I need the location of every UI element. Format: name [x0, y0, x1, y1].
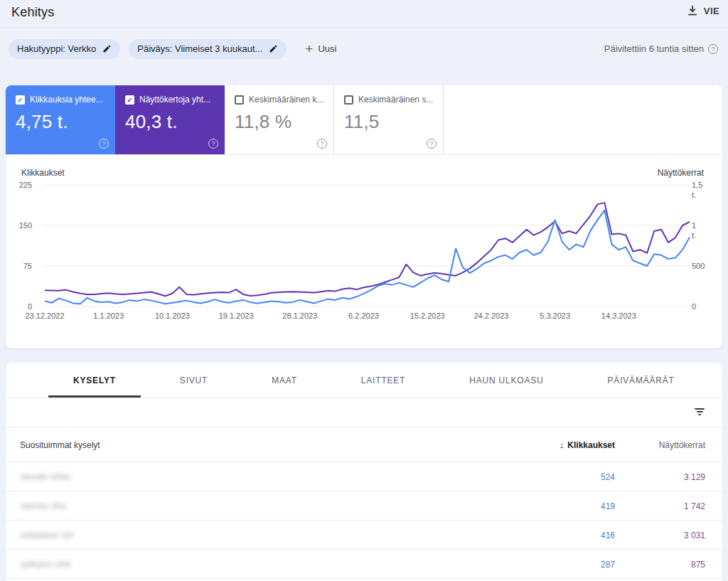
help-icon[interactable]: ?	[99, 139, 109, 149]
metric-value: 40,3 t.	[125, 111, 216, 133]
metric-label: Näyttökertoja yht...	[139, 95, 210, 105]
x-axis-label: 14.3.2023	[601, 311, 636, 320]
filter-icon[interactable]	[694, 408, 705, 415]
help-icon[interactable]: ?	[208, 139, 218, 149]
x-axis-labels: 23.12.20221.1.202310.1.202319.1.202328.1…	[45, 311, 690, 323]
tab-maat[interactable]: MAAT	[240, 363, 329, 398]
clicks-cell: 287	[601, 560, 615, 570]
metric-value: 11,8 %	[235, 111, 325, 133]
clicks-cell: 524	[601, 472, 615, 482]
export-button[interactable]: VIE	[687, 5, 719, 16]
metric-label: Keskimääräinen s...	[358, 95, 433, 105]
metrics-row: ✓ Klikkauksia yhtee... 4,75 t. ? ✓ Näytt…	[6, 85, 722, 155]
tabs: KYSELYTSIVUTMAATLAITTEETHAUN ULKOASUPÄIV…	[6, 363, 722, 398]
x-axis-label: 19.1.2023	[219, 311, 254, 320]
metric-label: Klikkauksia yhtee...	[30, 95, 103, 105]
table-row[interactable]: taelias dils4191 742	[6, 491, 722, 521]
table-row[interactable]: laisaki siltal5243 129	[6, 462, 722, 491]
query-cell-redacted: taelias dils	[21, 501, 66, 510]
tab-p-iv-m-r-t[interactable]: PÄIVÄMÄÄRÄT	[576, 363, 707, 398]
query-cell-redacted: jokalatun sin	[21, 531, 74, 539]
checkbox-checked-icon[interactable]: ✓	[16, 95, 25, 105]
x-axis-label: 5.3.2023	[540, 311, 570, 320]
performance-card: ✓ Klikkauksia yhtee... 4,75 t. ? ✓ Näytt…	[6, 85, 722, 348]
right-axis-tick: 1,5 t.	[692, 180, 702, 200]
impressions-cell: 3 031	[684, 531, 705, 540]
last-updated-text: Päivitettiin 6 tuntia sitten	[604, 43, 704, 54]
table-body: laisaki siltal5243 129taelias dils4191 7…	[6, 462, 722, 579]
metric-card-total-clicks[interactable]: ✓ Klikkauksia yhtee... 4,75 t. ?	[6, 85, 115, 154]
right-axis-label: Näyttökerrat	[658, 168, 704, 178]
search-console-performance-page: Kehitys VIE Hakutyyppi: Verkko Päiväys: …	[0, 0, 728, 581]
performance-chart: Klikkaukset Näyttökerrat 225150750 1,5 t…	[6, 155, 722, 348]
help-icon[interactable]: ?	[427, 139, 437, 149]
details-card: KYSELYTSIVUTMAATLAITTEETHAUN ULKOASUPÄIV…	[6, 363, 722, 581]
tab-sivut[interactable]: SIVUT	[148, 363, 240, 398]
right-axis-tick: 1 t.	[692, 220, 696, 240]
right-axis-tick: 500	[692, 261, 705, 271]
clicks-cell: 419	[601, 501, 615, 511]
performance-chart-svg	[45, 185, 690, 307]
metric-card-average-ctr[interactable]: Keskimääräinen k... 11,8 % ?	[225, 85, 334, 154]
plus-icon: +	[305, 42, 313, 55]
left-axis-tick: 150	[19, 220, 32, 230]
table-toolbar	[6, 398, 722, 427]
tab-laitteet[interactable]: LAITTEET	[329, 363, 437, 398]
filter-chip-search-type[interactable]: Hakutyyppi: Verkko	[9, 39, 120, 59]
table-header: Suosituimmat kyselyt ↓ Klikkaukset Näytt…	[6, 427, 722, 462]
x-axis-label: 15.2.2023	[410, 311, 445, 320]
x-axis-label: 24.2.2023	[473, 311, 508, 320]
checkbox-unchecked-icon[interactable]	[235, 95, 244, 105]
filter-chip-label: Hakutyyppi: Verkko	[17, 43, 96, 54]
impressions-cell: 875	[691, 560, 705, 570]
new-filter-button[interactable]: + Uusi	[305, 42, 336, 55]
queries-header: Suosituimmat kyselyt	[20, 440, 100, 450]
filter-chip-label: Päiväys: Viimeiset 3 kuukaut...	[137, 43, 262, 54]
x-axis-label: 1.1.2023	[93, 311, 124, 320]
x-axis-label: 10.1.2023	[155, 311, 190, 320]
help-icon[interactable]: ?	[708, 44, 718, 54]
impressions-line	[45, 203, 690, 296]
checkbox-unchecked-icon[interactable]	[344, 95, 353, 105]
impressions-header[interactable]: Näyttökerrat	[659, 440, 705, 450]
x-axis-label: 28.1.2023	[282, 311, 317, 320]
new-filter-label: Uusi	[318, 43, 336, 54]
clicks-cell: 416	[601, 531, 615, 540]
left-axis-tick: 75	[23, 261, 32, 271]
help-icon[interactable]: ?	[317, 139, 327, 149]
query-cell-redacted: tylkijesi yhd	[21, 560, 70, 568]
right-axis-tick: 0	[692, 302, 696, 311]
clicks-line	[45, 210, 690, 304]
clicks-header[interactable]: ↓ Klikkaukset	[560, 440, 615, 450]
sort-desc-icon: ↓	[560, 440, 564, 450]
impressions-cell: 1 742	[684, 501, 705, 511]
left-axis-tick: 225	[19, 180, 32, 190]
edit-icon	[102, 44, 112, 53]
filters-row: Hakutyyppi: Verkko Päiväys: Viimeiset 3 …	[0, 28, 728, 69]
metric-card-total-impressions[interactable]: ✓ Näyttökertoja yht... 40,3 t. ?	[115, 85, 225, 154]
x-axis-label: 6.2.2023	[348, 311, 379, 320]
edit-icon	[269, 44, 278, 53]
query-cell-redacted: laisaki siltal	[21, 472, 71, 481]
metric-value: 11,5	[344, 111, 434, 133]
export-label: VIE	[704, 6, 719, 16]
tab-kyselyt[interactable]: KYSELYT	[41, 363, 148, 398]
last-updated: Päivitettiin 6 tuntia sitten ?	[604, 43, 718, 54]
page-title: Kehitys	[11, 5, 54, 20]
x-axis-label: 23.12.2022	[25, 311, 64, 320]
left-axis-label: Klikkaukset	[21, 168, 65, 178]
left-axis-tick: 0	[28, 302, 32, 311]
metric-label: Keskimääräinen k...	[249, 95, 323, 105]
table-row[interactable]: tylkijesi yhd287875	[6, 550, 722, 579]
clicks-header-label: Klikkaukset	[567, 440, 615, 450]
checkbox-checked-icon[interactable]: ✓	[125, 95, 134, 105]
tab-haun-ulkoasu[interactable]: HAUN ULKOASU	[437, 363, 575, 398]
metric-value: 4,75 t.	[16, 111, 107, 133]
table-row[interactable]: jokalatun sin4163 031	[6, 521, 722, 550]
impressions-cell: 3 129	[684, 472, 705, 482]
topbar: Kehitys VIE	[0, 0, 728, 28]
download-icon	[687, 5, 697, 16]
filter-chip-date-range[interactable]: Päiväys: Viimeiset 3 kuukaut...	[129, 39, 287, 59]
metric-card-average-position[interactable]: Keskimääräinen s... 11,5 ?	[334, 85, 444, 154]
